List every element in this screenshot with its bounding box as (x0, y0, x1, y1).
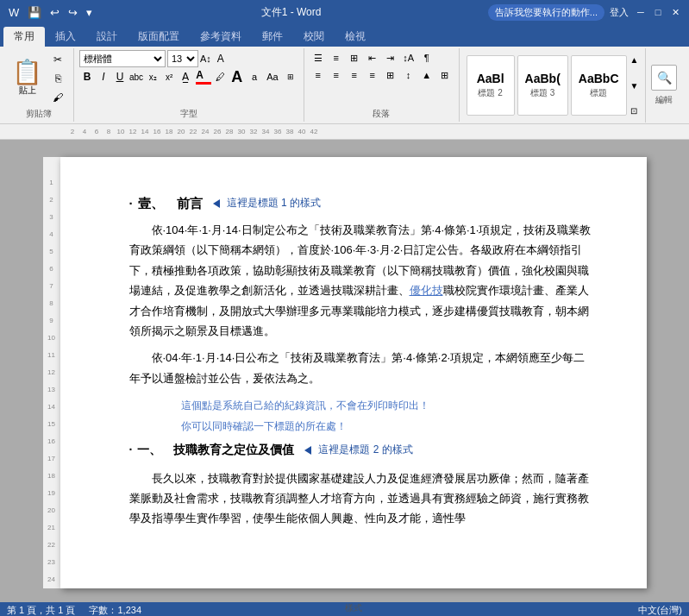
bullet-h2: · (129, 439, 133, 461)
increase-indent-button[interactable]: ⇥ (382, 50, 399, 66)
tab-view[interactable]: 檢視 (335, 27, 376, 47)
paragraph2[interactable]: 依·04·年·1·月·14·日公布之「技術及職業教育法」第·4·條第·2·項規定… (129, 348, 595, 388)
format-painter-button[interactable]: 🖌 (47, 89, 68, 106)
style-item-heading3[interactable]: AaBb( 標題 3 (517, 55, 568, 116)
restore-button[interactable]: □ (651, 5, 665, 19)
horizontal-ruler: 2 4 6 8 10 12 14 16 18 20 22 24 26 28 30… (0, 124, 689, 140)
title-bar: W 💾 ↩ ↪ ▾ 文件1 - Word 告訴我您要執行的動作... 登入 ─ … (0, 0, 689, 24)
align-left-button[interactable]: ≡ (310, 67, 327, 83)
show-hide-button[interactable]: ¶ (418, 50, 435, 66)
bold-button[interactable]: B (79, 69, 95, 85)
increase-font-button[interactable]: A (228, 69, 246, 85)
tab-layout[interactable]: 版面配置 (128, 27, 190, 47)
ruler-mark: 40 (296, 128, 308, 135)
font-name-select[interactable]: 標楷體 (79, 50, 166, 67)
system-annotation1: 這個點是系統自己給的紀錄資訊，不會在列印時印出！ (181, 397, 595, 416)
ruler-mark: 6 (91, 128, 103, 135)
copy-button[interactable]: ⎘ (47, 70, 68, 87)
font-group: 標楷體 13 A↕ A B I U abc x₂ x² A̲ A (74, 48, 304, 122)
heading2-row: · 一、 技職教育之定位及價值 這裡是標題 2 的樣式 (129, 439, 595, 461)
annotation-arrow-left-h2 (304, 446, 311, 455)
style-label-heading2: 標題 2 (478, 87, 502, 99)
paragraph1[interactable]: 依·104·年·1·月·14·日制定公布之「技術及職業教育法」第·4·條第·1·… (129, 220, 595, 341)
paragraph3[interactable]: 長久以來，技職教育對於提供國家基礎建設人力及促進經濟發展居功厥偉；然而，隨著產業… (129, 468, 595, 529)
save-icon[interactable]: 💾 (26, 4, 43, 21)
ruler-mark: 22 (187, 128, 199, 135)
heading2[interactable]: · 一、 技職教育之定位及價值 (129, 439, 295, 461)
styles-scroll[interactable]: ▲ ▼ ⊡ (630, 55, 639, 116)
tab-references[interactable]: 參考資料 (190, 27, 252, 47)
superscript-button[interactable]: x² (161, 69, 177, 85)
heading1[interactable]: · 壹、 前言 (129, 192, 203, 215)
ruler-mark: 28 (223, 128, 235, 135)
font-color-picker[interactable]: A (196, 69, 211, 85)
subscript-button[interactable]: x₂ (145, 69, 160, 85)
justify-button[interactable]: ≡ (364, 67, 381, 83)
tab-mailings[interactable]: 郵件 (252, 27, 293, 47)
styles-scroll-up-icon[interactable]: ▲ (630, 55, 639, 65)
tab-design[interactable]: 設計 (86, 27, 128, 47)
align-center-button[interactable]: ≡ (328, 67, 345, 83)
heading1-text: 壹、 前言 (138, 192, 203, 215)
paste-button[interactable]: 📋 貼上 (9, 59, 46, 98)
ruler-mark: 8 (103, 128, 115, 135)
ribbon: 📋 貼上 ✂ ⎘ 🖌 剪貼簿 標楷體 13 A↕ A (0, 47, 689, 124)
highlight-color-picker[interactable]: 🖊 (216, 71, 225, 83)
decrease-font-button[interactable]: a (247, 69, 262, 85)
ribbon-tabs: 常用 插入 設計 版面配置 參考資料 郵件 校閱 檢視 (0, 24, 689, 47)
customize-qa-icon[interactable]: ▾ (85, 4, 94, 21)
find-button[interactable]: 🔍 (651, 65, 677, 91)
ruler-mark: 34 (260, 128, 272, 135)
font-dialog-button[interactable]: ⊞ (283, 69, 298, 85)
minimize-button[interactable]: ─ (634, 5, 648, 19)
tell-me-box[interactable]: 告訴我您要執行的動作... (488, 4, 604, 21)
left-ruler: 1 2 3 4 5 6 7 8 9 10 11 12 13 14 15 16 1… (43, 157, 60, 588)
text-effect-button[interactable]: A̲ (178, 69, 193, 85)
sign-in-button[interactable]: 登入 (608, 4, 630, 21)
title-bar-left: W 💾 ↩ ↪ ▾ (7, 4, 94, 21)
decrease-indent-button[interactable]: ⇤ (364, 50, 381, 66)
underline-button[interactable]: U (112, 69, 128, 85)
font-case-button[interactable]: Aa (263, 69, 281, 85)
strikethrough-button[interactable]: abc (129, 72, 143, 82)
title-bar-controls: 告訴我您要執行的動作... 登入 ─ □ ✕ (488, 4, 682, 21)
editing-group: 🔍 編輯 (646, 48, 682, 123)
list-multilevel-button[interactable]: ⊞ (346, 50, 363, 66)
tab-home[interactable]: 常用 (3, 27, 45, 47)
font-size-select[interactable]: 13 (167, 50, 198, 67)
list-numbers-button[interactable]: ≡ (328, 50, 345, 66)
heading1-annotation-group: 這裡是標題 1 的樣式 (210, 194, 321, 213)
style-preview-heading2: AaBl (477, 72, 504, 86)
redo-icon[interactable]: ↪ (66, 4, 79, 21)
line-spacing-button[interactable]: ↕ (400, 67, 417, 83)
columns-button[interactable]: ⊞ (382, 67, 399, 83)
align-right-button[interactable]: ≡ (346, 67, 363, 83)
style-item-heading[interactable]: AaBbC 標題 (571, 55, 627, 116)
list-bullets-button[interactable]: ☰ (310, 50, 327, 66)
paragraph-group: ☰ ≡ ⊞ ⇤ ⇥ ↕A ¶ ≡ ≡ ≡ ≡ ⊞ ↕ ▲ ⊞ 段落 (304, 48, 460, 122)
clipboard-group: 📋 貼上 ✂ ⎘ 🖌 剪貼簿 (3, 48, 74, 122)
styles-more-icon[interactable]: ⊡ (630, 106, 639, 116)
ruler-mark: 30 (235, 128, 247, 135)
undo-icon[interactable]: ↩ (48, 4, 61, 21)
close-button[interactable]: ✕ (668, 5, 682, 19)
ruler-mark: 32 (247, 128, 260, 135)
style-item-heading2[interactable]: AaBl 標題 2 (467, 55, 515, 116)
ruler-mark: 2 (66, 128, 78, 135)
document-page[interactable]: · 壹、 前言 這裡是標題 1 的樣式 依·104·年·1·月·14·日制定公布… (60, 157, 647, 588)
annotation-arrow-left-h1 (213, 199, 220, 208)
font-size-expand-icon[interactable]: A↕ (200, 53, 211, 64)
shading-button[interactable]: ▲ (418, 67, 435, 83)
sort-button[interactable]: ↕A (400, 50, 417, 66)
style-preview-heading3: AaBb( (525, 72, 561, 86)
clear-format-button[interactable]: A (213, 51, 229, 66)
borders-button[interactable]: ⊞ (436, 67, 454, 83)
italic-button[interactable]: I (96, 69, 111, 85)
cut-button[interactable]: ✂ (47, 51, 68, 68)
document-area[interactable]: 1 2 3 4 5 6 7 8 9 10 11 12 13 14 15 16 1… (0, 140, 689, 602)
styles-scroll-down-icon[interactable]: ▼ (630, 81, 639, 91)
style-label-heading3: 標題 3 (530, 87, 554, 99)
tab-review[interactable]: 校閱 (293, 27, 335, 47)
tab-insert[interactable]: 插入 (45, 27, 86, 47)
ruler-mark: 18 (163, 128, 175, 135)
